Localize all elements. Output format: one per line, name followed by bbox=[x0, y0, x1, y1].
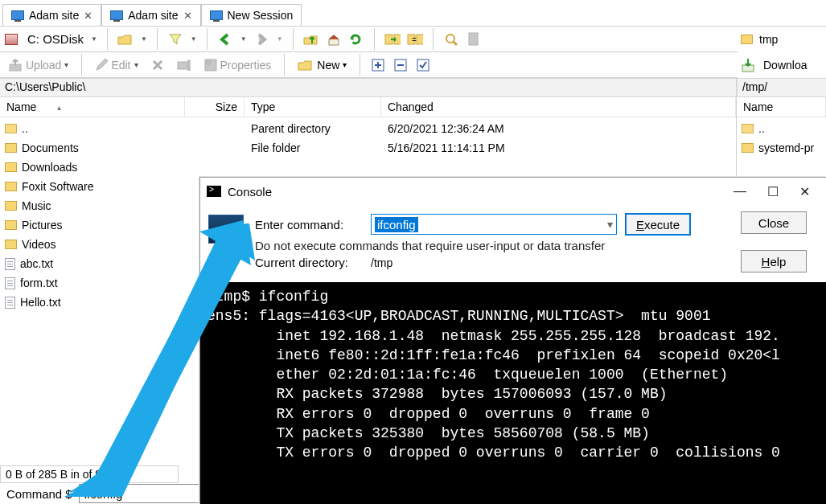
tab-label: New Session bbox=[228, 9, 294, 22]
console-hint: Do not execute commands that require use… bbox=[255, 239, 605, 252]
list-item[interactable]: Downloads bbox=[0, 158, 185, 177]
command-row: Command $ bbox=[0, 483, 199, 504]
svg-rect-8 bbox=[178, 62, 189, 69]
execute-button[interactable]: Execute bbox=[625, 213, 691, 236]
list-item[interactable]: Documents bbox=[0, 138, 185, 158]
folder-icon bbox=[5, 162, 17, 172]
folder-icon[interactable] bbox=[741, 35, 753, 44]
close-icon[interactable]: ✕ bbox=[183, 10, 192, 22]
svg-rect-15 bbox=[742, 65, 754, 72]
chevron-down-icon[interactable]: ▾ bbox=[607, 218, 613, 231]
folder-icon bbox=[5, 143, 17, 153]
check-icon[interactable] bbox=[415, 57, 431, 73]
col-changed[interactable]: Changed bbox=[381, 97, 736, 117]
remote-toolbar: tmp Downloa bbox=[738, 27, 826, 78]
edit-button: Edit▾ bbox=[92, 57, 141, 73]
list-item[interactable]: systemd-pr bbox=[737, 138, 826, 158]
download-icon[interactable] bbox=[741, 58, 757, 72]
nav-forward-icon bbox=[253, 31, 269, 47]
minus-icon[interactable] bbox=[392, 57, 409, 73]
open-folder-icon[interactable] bbox=[117, 31, 134, 47]
compare-icon[interactable]: = bbox=[407, 31, 423, 47]
minimize-icon[interactable]: — bbox=[734, 184, 746, 199]
command-combobox[interactable]: ifconfig ▾ bbox=[371, 214, 617, 235]
list-item[interactable]: Foxit Software bbox=[0, 177, 185, 196]
svg-point-5 bbox=[446, 35, 454, 43]
file-icon bbox=[5, 277, 15, 289]
tab-label: Adam site bbox=[29, 9, 79, 22]
col-name[interactable]: Name▴ bbox=[0, 97, 185, 117]
tab-session-1[interactable]: Adam site ✕ bbox=[2, 4, 101, 26]
folder-icon bbox=[5, 182, 17, 191]
list-item[interactable]: .. bbox=[0, 119, 185, 138]
host-icon bbox=[210, 10, 223, 20]
list-item[interactable]: Videos bbox=[0, 235, 185, 254]
download-label[interactable]: Downloa bbox=[763, 59, 807, 72]
sort-asc-icon: ▴ bbox=[57, 103, 61, 112]
maximize-icon[interactable]: ☐ bbox=[767, 184, 779, 199]
home-icon[interactable] bbox=[326, 31, 342, 47]
list-item[interactable]: Hello.txt bbox=[0, 293, 185, 312]
new-button[interactable]: New▾ bbox=[294, 57, 350, 73]
session-tabs: Adam site ✕ Adam site ✕ New Session bbox=[0, 0, 826, 27]
rename-button bbox=[174, 58, 195, 72]
list-item[interactable]: form.txt bbox=[0, 273, 185, 293]
console-dialog: Console — ☐ ✕ >_ Enter command: ifconfig… bbox=[199, 177, 826, 504]
enter-command-label: Enter command: bbox=[255, 218, 363, 232]
remote-path[interactable]: /tmp/ bbox=[737, 78, 826, 97]
folder-icon bbox=[742, 143, 754, 153]
dialog-titlebar[interactable]: Console — ☐ ✕ bbox=[200, 178, 826, 205]
col-type[interactable]: Type bbox=[245, 97, 381, 117]
path-bar: C:\Users\Public\ /tmp/ bbox=[0, 78, 826, 97]
terminal-output[interactable]: /tmp$ ifconfig ens5: flags=4163<UP,BROAD… bbox=[200, 282, 826, 504]
nav-back-icon[interactable] bbox=[217, 31, 233, 47]
help-button[interactable]: Help bbox=[741, 250, 807, 272]
remote-root-label[interactable]: tmp bbox=[759, 33, 778, 46]
folder-icon bbox=[5, 240, 17, 249]
find-icon[interactable] bbox=[443, 31, 459, 47]
local-file-list: .. Documents Downloads Foxit Software Mu… bbox=[0, 117, 185, 504]
list-item[interactable]: Pictures bbox=[0, 215, 185, 235]
detail-row: Parent directory6/20/2021 12:36:24 AM bbox=[185, 119, 736, 138]
folder-icon bbox=[5, 220, 17, 230]
toolbar-actions: Upload▾ Edit▾ Properties New▾ bbox=[0, 52, 826, 78]
close-icon[interactable]: ✕ bbox=[84, 10, 92, 22]
cwd-label: Current directory: bbox=[255, 256, 363, 269]
file-icon bbox=[5, 297, 15, 309]
chevron-down-icon[interactable]: ▼ bbox=[91, 35, 97, 43]
local-path[interactable]: C:\Users\Public\ bbox=[0, 78, 737, 97]
properties-button: Properties bbox=[201, 57, 275, 73]
disk-dropdown[interactable]: C: OSDisk bbox=[27, 32, 84, 46]
folder-icon bbox=[5, 201, 17, 211]
filter-icon[interactable] bbox=[167, 31, 183, 47]
console-prompt-icon: >_ bbox=[208, 215, 244, 244]
list-item[interactable]: abc.txt bbox=[0, 254, 185, 273]
command-label: Command $ bbox=[0, 487, 79, 501]
svg-rect-3 bbox=[417, 35, 423, 44]
status-bar: 0 B of 285 B in of 9 bbox=[0, 465, 179, 483]
list-item[interactable]: Music bbox=[0, 196, 185, 215]
delete-button bbox=[148, 57, 167, 73]
plus-icon[interactable] bbox=[370, 57, 386, 73]
console-icon bbox=[207, 186, 221, 197]
tab-new-session[interactable]: New Session bbox=[201, 4, 302, 26]
file-icon bbox=[5, 258, 15, 270]
sync-browse-icon[interactable] bbox=[384, 31, 401, 47]
command-input[interactable] bbox=[79, 484, 199, 503]
close-button[interactable]: Close bbox=[741, 211, 807, 234]
svg-rect-6 bbox=[469, 33, 478, 45]
file-icon bbox=[466, 31, 482, 47]
close-icon[interactable]: ✕ bbox=[799, 184, 810, 199]
folder-up-icon bbox=[5, 124, 17, 133]
folder-up-icon[interactable] bbox=[303, 31, 319, 47]
list-item[interactable]: .. bbox=[737, 119, 826, 138]
cwd-value: /tmp bbox=[371, 256, 392, 269]
col-name[interactable]: Name bbox=[737, 97, 826, 117]
svg-text:=: = bbox=[412, 35, 417, 44]
tab-label: Adam site bbox=[128, 9, 178, 22]
disk-icon[interactable] bbox=[5, 34, 18, 45]
host-icon bbox=[110, 10, 123, 20]
refresh-icon[interactable] bbox=[348, 31, 364, 47]
col-size[interactable]: Size bbox=[185, 97, 245, 117]
tab-session-2[interactable]: Adam site ✕ bbox=[101, 4, 200, 26]
